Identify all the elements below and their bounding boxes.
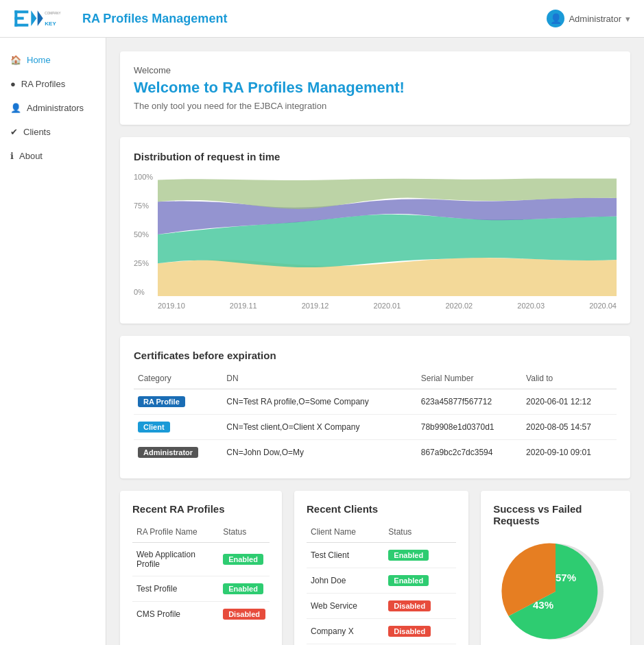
cert-dn: CN=Test RA profile,O=Some Company	[222, 389, 416, 415]
certificates-title: Certificates before expiration	[134, 350, 617, 361]
category-badge: Administrator	[138, 447, 198, 458]
svg-rect-3	[14, 24, 28, 27]
status-badge: Enabled	[388, 550, 429, 561]
chart-x-labels: 2019.10 2019.11 2019.12 2020.01 2020.02 …	[158, 302, 617, 310]
client-name: Test Client	[307, 543, 384, 568]
ra-profiles-icon: ●	[10, 79, 16, 89]
welcome-card: Welcome Welcome to RA Profiles Managemen…	[120, 51, 630, 125]
welcome-label: Welcome	[134, 65, 617, 75]
home-icon: 🏠	[10, 55, 21, 65]
svg-text:COMPANY: COMPANY	[45, 12, 60, 15]
sidebar-item-label: About	[19, 151, 43, 161]
clients-title: Recent Clients	[307, 503, 456, 515]
certificates-card: Certificates before expiration Category …	[120, 336, 630, 478]
status-badge: Disabled	[388, 600, 431, 611]
page-title: RA Profiles Management	[82, 12, 547, 26]
svg-text:KEY: KEY	[45, 21, 56, 27]
logo: KEY COMPANY	[14, 6, 69, 31]
x-label-5: 2020.02	[445, 302, 473, 310]
distribution-chart-card: Distribution of request in time 100% 75%…	[120, 137, 630, 324]
ra-profile-status: Enabled	[219, 543, 270, 576]
x-label-6: 2020.03	[517, 302, 545, 310]
x-label-4: 2020.01	[374, 302, 401, 310]
svg-marker-5	[38, 10, 43, 26]
client-status: Disabled	[384, 594, 456, 619]
col-serial: Serial Number	[417, 368, 522, 389]
status-badge: Enabled	[223, 554, 263, 565]
ra-profile-name: CMS Profile	[132, 602, 219, 627]
sidebar-item-about[interactable]: ℹ About	[0, 144, 106, 168]
header: KEY COMPANY RA Profiles Management 👤 Adm…	[0, 0, 644, 38]
success-chart-title: Success vs Failed Requests	[493, 503, 618, 526]
recent-clients-card: Recent Clients Client Name Status Test C…	[294, 491, 468, 645]
cert-serial: 623a45877f567712	[417, 389, 522, 415]
table-row: Web Service Disabled	[307, 594, 456, 619]
sidebar-item-label: Administrators	[27, 103, 84, 113]
ra-profile-status: Disabled	[219, 602, 270, 627]
success-chart-card: Success vs Failed Requests 57% 43%	[481, 491, 630, 645]
sidebar-item-label: RA Profiles	[21, 79, 65, 89]
recent-ra-profiles-card: Recent RA Profiles RA Profile Name Statu…	[120, 491, 282, 645]
x-label-1: 2019.10	[158, 302, 185, 310]
chart-title: Distribution of request in time	[134, 151, 617, 162]
y-label-100: 100%	[134, 173, 153, 181]
sidebar-item-home[interactable]: 🏠 Home	[0, 48, 106, 72]
client-status: Enabled	[384, 568, 456, 594]
sidebar-item-administrators[interactable]: 👤 Administrators	[0, 96, 106, 120]
svg-rect-2	[14, 17, 23, 20]
table-row: CMS Profile Disabled	[132, 602, 270, 627]
col-ra-name: RA Profile Name	[132, 522, 219, 543]
chart-svg-area	[158, 173, 617, 296]
certificates-table: Category DN Serial Number Valid to RA Pr…	[134, 368, 617, 465]
x-label-7: 2020.04	[589, 302, 617, 310]
clients-table: Client Name Status Test Client Enabled J…	[307, 522, 456, 645]
status-badge: Enabled	[388, 575, 429, 586]
distribution-chart-container: 100% 75% 50% 25% 0%	[134, 173, 617, 310]
cert-category: Client	[134, 415, 222, 440]
cert-category: Administrator	[134, 440, 222, 465]
svg-marker-4	[31, 10, 36, 26]
user-section: 👤 Administrator ▾	[547, 10, 630, 27]
table-row: Company X Disabled	[307, 619, 456, 644]
client-name: Web Service	[307, 594, 384, 619]
col-client-name: Client Name	[307, 522, 384, 543]
cert-valid-to: 2020-06-01 12:12	[522, 389, 617, 415]
table-row: Administrator CN=John Dow,O=My 867a9bc2c…	[134, 440, 617, 465]
administrators-icon: 👤	[10, 103, 21, 113]
pie-success-label: 57%	[556, 572, 576, 583]
cert-category: RA Profile	[134, 389, 222, 415]
cert-dn: CN=John Dow,O=My	[222, 440, 416, 465]
table-row: Test Client Enabled	[307, 543, 456, 568]
x-label-3: 2019.12	[302, 302, 329, 310]
client-name: Company X	[307, 619, 384, 644]
table-row: Web Application Profile Enabled	[132, 543, 270, 576]
category-badge: Client	[138, 422, 170, 433]
user-avatar-icon: 👤	[547, 10, 564, 27]
bottom-row: Recent RA Profiles RA Profile Name Statu…	[120, 491, 630, 645]
ra-profiles-table: RA Profile Name Status Web Application P…	[132, 522, 270, 626]
client-name: John Doe	[307, 568, 384, 594]
col-dn: DN	[222, 368, 416, 389]
layout: 🏠 Home ● RA Profiles 👤 Administrators ✔ …	[0, 38, 644, 645]
client-status: Disabled	[384, 619, 456, 644]
table-row: Client CN=Test client,O=Client X Company…	[134, 415, 617, 440]
sidebar-item-label: Clients	[23, 127, 51, 137]
cert-serial: 867a9bc2c7dc3594	[417, 440, 522, 465]
chart-y-labels: 100% 75% 50% 25% 0%	[134, 173, 153, 310]
welcome-subtitle: The only tool you need for the EJBCA int…	[134, 101, 617, 111]
col-client-status: Status	[384, 522, 456, 543]
sidebar-item-clients[interactable]: ✔ Clients	[0, 120, 106, 144]
cert-valid-to: 2020-09-10 09:01	[522, 440, 617, 465]
table-row: Test Profile Enabled	[132, 576, 270, 602]
col-valid-to: Valid to	[522, 368, 617, 389]
sidebar: 🏠 Home ● RA Profiles 👤 Administrators ✔ …	[0, 38, 106, 645]
ra-profile-status: Enabled	[219, 576, 270, 602]
user-dropdown-icon[interactable]: ▾	[625, 14, 630, 24]
sidebar-item-ra-profiles[interactable]: ● RA Profiles	[0, 72, 106, 96]
ra-profiles-title: Recent RA Profiles	[132, 503, 270, 515]
about-icon: ℹ	[10, 151, 14, 161]
user-name: Administrator	[569, 14, 621, 24]
y-label-0: 0%	[134, 288, 153, 296]
client-status: Enabled	[384, 543, 456, 568]
pie-chart: 57% 43%	[501, 537, 610, 645]
